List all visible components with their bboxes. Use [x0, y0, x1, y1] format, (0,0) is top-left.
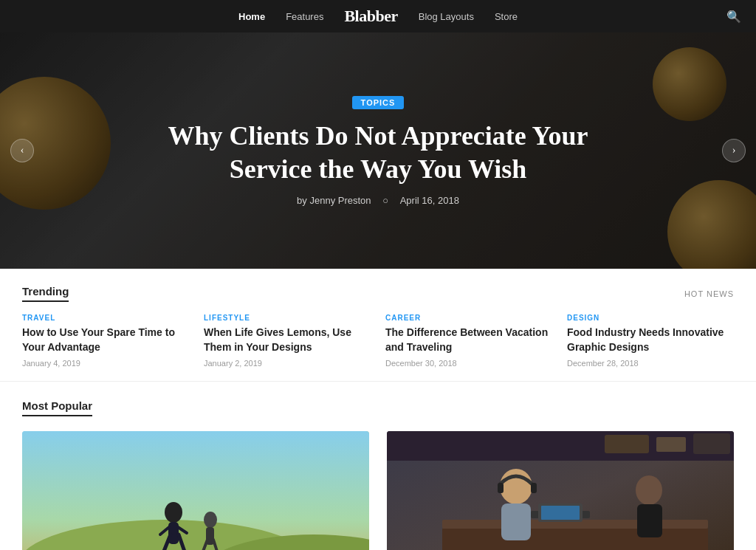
- running-image: [22, 431, 369, 550]
- hero-prev-button[interactable]: ‹: [10, 139, 34, 162]
- svg-rect-16: [605, 435, 649, 453]
- trending-item-1: TRAVEL How to Use Your Spare Time to You…: [22, 314, 189, 368]
- navigation: Home Features Blabber Blog Layouts Store…: [0, 0, 756, 32]
- svg-point-25: [636, 475, 662, 505]
- popular-card-1-image: CAREER: [22, 431, 369, 550]
- search-icon[interactable]: 🔍: [726, 10, 741, 24]
- trending-date-2: January 2, 2019: [204, 359, 371, 368]
- svg-point-4: [165, 502, 182, 523]
- trending-category-3: CAREER: [385, 314, 552, 322]
- hero-content: TOPICS Why Clients Do Not Appreciate You…: [0, 32, 756, 269]
- trending-category-4: DESIGN: [567, 314, 734, 322]
- trending-header: Trending HOT NEWS: [22, 285, 734, 302]
- svg-rect-26: [637, 504, 662, 537]
- nav-store[interactable]: Store: [495, 11, 518, 22]
- popular-card-2[interactable]: LIFESTYLE There Is No Way People Can Tak…: [387, 431, 734, 550]
- prev-icon: ‹: [21, 145, 24, 157]
- trending-category-1: TRAVEL: [22, 314, 189, 322]
- hero-meta: by Jenny Preston ○ April 16, 2018: [292, 195, 464, 206]
- trending-title-3[interactable]: The Difference Between Vacation and Trav…: [385, 326, 552, 354]
- site-logo[interactable]: Blabber: [344, 7, 397, 26]
- svg-rect-22: [501, 503, 531, 540]
- next-icon: ›: [732, 145, 736, 157]
- svg-rect-29: [541, 506, 580, 520]
- hot-news-label: HOT NEWS: [684, 289, 734, 298]
- nav-links: Home Features Blabber Blog Layouts Store: [238, 7, 518, 26]
- trending-title-2[interactable]: When Life Gives Lemons, Use Them in Your…: [204, 326, 371, 354]
- svg-point-21: [500, 469, 532, 504]
- svg-point-10: [204, 512, 217, 528]
- popular-card-2-image: LIFESTYLE: [387, 431, 734, 550]
- trending-title: Trending: [22, 285, 69, 302]
- svg-rect-24: [531, 483, 537, 493]
- nav-features[interactable]: Features: [286, 11, 323, 22]
- main-content: Trending HOT NEWS TRAVEL How to Use Your…: [0, 269, 756, 550]
- trending-item-3: CAREER The Difference Between Vacation a…: [385, 314, 552, 368]
- popular-card-1[interactable]: CAREER What Keeps Us Going: Find Your Wa…: [22, 431, 369, 550]
- studio-image: [387, 431, 734, 550]
- svg-rect-17: [656, 437, 686, 452]
- svg-rect-23: [498, 483, 504, 493]
- hero-next-button[interactable]: ›: [722, 139, 746, 162]
- popular-grid: CAREER What Keeps Us Going: Find Your Wa…: [22, 431, 734, 550]
- trending-item-4: DESIGN Food Industry Needs Innovative Gr…: [567, 314, 734, 368]
- hero-badge: TOPICS: [352, 96, 405, 109]
- popular-title: Most Popular: [22, 399, 92, 416]
- trending-date-3: December 30, 2018: [385, 359, 552, 368]
- nav-blog-layouts[interactable]: Blog Layouts: [419, 11, 474, 22]
- hero-title: Why Clients Do Not Appreciate Your Servi…: [157, 120, 599, 186]
- trending-item-2: LIFESTYLE When Life Gives Lemons, Use Th…: [204, 314, 371, 368]
- hero-date: April 16, 2018: [400, 195, 459, 206]
- svg-rect-20: [442, 529, 708, 550]
- trending-date-4: December 28, 2018: [567, 359, 734, 368]
- popular-section: Most Popular: [0, 382, 756, 550]
- trending-title-1[interactable]: How to Use Your Spare Time to Your Advan…: [22, 326, 189, 354]
- hero-author: by Jenny Preston: [297, 195, 371, 206]
- trending-category-2: LIFESTYLE: [204, 314, 371, 322]
- svg-rect-18: [693, 433, 730, 454]
- hero-meta-dot: ○: [382, 195, 388, 206]
- trending-title-4[interactable]: Food Industry Needs Innovative Graphic D…: [567, 326, 734, 354]
- nav-home[interactable]: Home: [238, 11, 265, 22]
- hero-banner: TOPICS Why Clients Do Not Appreciate You…: [0, 32, 756, 269]
- trending-section: Trending HOT NEWS TRAVEL How to Use Your…: [0, 269, 756, 382]
- trending-date-1: January 4, 2019: [22, 359, 189, 368]
- trending-grid: TRAVEL How to Use Your Spare Time to You…: [22, 314, 734, 368]
